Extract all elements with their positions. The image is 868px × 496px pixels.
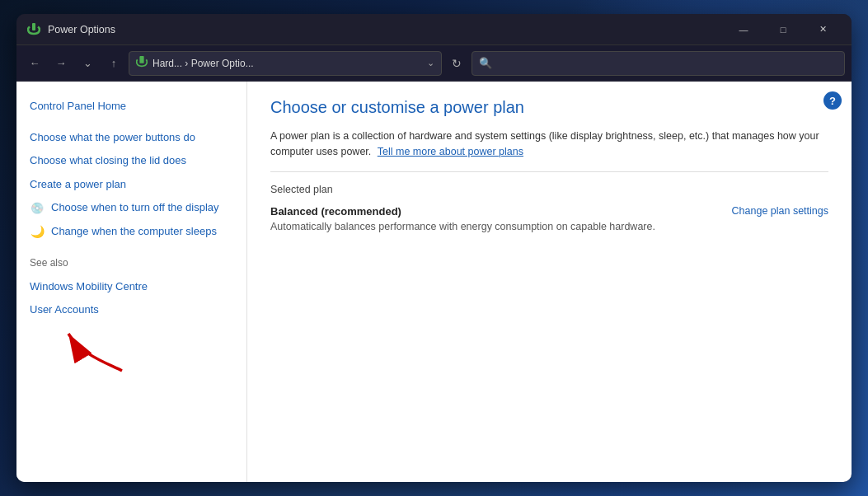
search-icon: 🔍 [479,57,492,69]
address-field[interactable]: Hard... › Power Optio... ⌄ [129,51,442,76]
learn-more-link[interactable]: Tell me more about power plans [378,146,523,157]
selected-plan-label: Selected plan [270,184,828,195]
plan-name: Balanced (recommended) [270,205,722,218]
plan-row: Balanced (recommended) Automatically bal… [270,205,828,232]
turn-off-display-label: Choose when to turn off the display [51,200,219,215]
sidebar-item-closing-lid[interactable]: Choose what closing the lid does [16,149,246,172]
svg-rect-0 [32,23,35,30]
see-also-label: See also [30,257,233,269]
sidebar-item-mobility-centre[interactable]: Windows Mobility Centre [16,275,246,298]
breadcrumb-chevron[interactable]: ⌄ [427,58,434,68]
computer-sleeps-label: Change when the computer sleeps [51,224,217,239]
window-title: Power Options [48,24,725,35]
user-accounts-label: User Accounts [30,302,99,317]
help-button[interactable]: ? [823,91,842,110]
section-divider [270,171,828,172]
change-plan-settings-link[interactable]: Change plan settings [732,205,828,217]
mobility-centre-label: Windows Mobility Centre [30,279,148,294]
sidebar-item-user-accounts[interactable]: User Accounts [16,298,246,321]
title-bar: Power Options — □ ✕ [16,14,852,45]
sidebar-item-create-plan[interactable]: Create a power plan [16,173,246,196]
create-plan-label: Create a power plan [30,177,126,192]
power-buttons-label: Choose what the power buttons do [30,130,195,145]
page-title: Choose or customise a power plan [270,98,828,117]
control-panel-home-link[interactable]: Control Panel Home [16,95,246,118]
maximize-button[interactable]: □ [764,18,802,41]
content-area: Control Panel Home Choose what the power… [16,82,852,482]
closing-lid-label: Choose what closing the lid does [30,153,186,168]
power-options-window: Power Options — □ ✕ ← → ⌄ ↑ Hard... › Po… [16,14,852,482]
address-bar: ← → ⌄ ↑ Hard... › Power Optio... ⌄ ↻ 🔍 [16,45,852,82]
recent-locations-button[interactable]: ⌄ [76,52,99,75]
search-field[interactable]: 🔍 [472,51,845,76]
window-controls: — □ ✕ [725,18,842,41]
refresh-button[interactable]: ↻ [445,52,468,75]
plan-info: Balanced (recommended) Automatically bal… [270,205,722,232]
sidebar-item-computer-sleeps[interactable]: 🌙 Change when the computer sleeps [16,220,246,244]
sleep-icon: 🌙 [30,225,45,240]
description-text: A power plan is a collection of hardware… [270,129,828,160]
title-bar-icon [26,22,41,37]
svg-rect-1 [139,56,143,63]
sidebar-item-power-buttons[interactable]: Choose what the power buttons do [16,126,246,149]
forward-button[interactable]: → [49,52,73,75]
main-panel: ? Choose or customise a power plan A pow… [247,82,852,482]
close-button[interactable]: ✕ [804,18,842,41]
plan-description: Automatically balances performance with … [270,221,722,232]
breadcrumb-text: Hard... › Power Optio... [152,58,422,69]
sidebar: Control Panel Home Choose what the power… [16,82,247,482]
address-bar-icon [136,56,148,70]
up-button[interactable]: ↑ [102,52,125,75]
back-button[interactable]: ← [23,52,46,75]
minimize-button[interactable]: — [725,18,762,41]
display-icon: 💿 [30,201,45,216]
sidebar-item-turn-off-display[interactable]: 💿 Choose when to turn off the display [16,196,246,220]
